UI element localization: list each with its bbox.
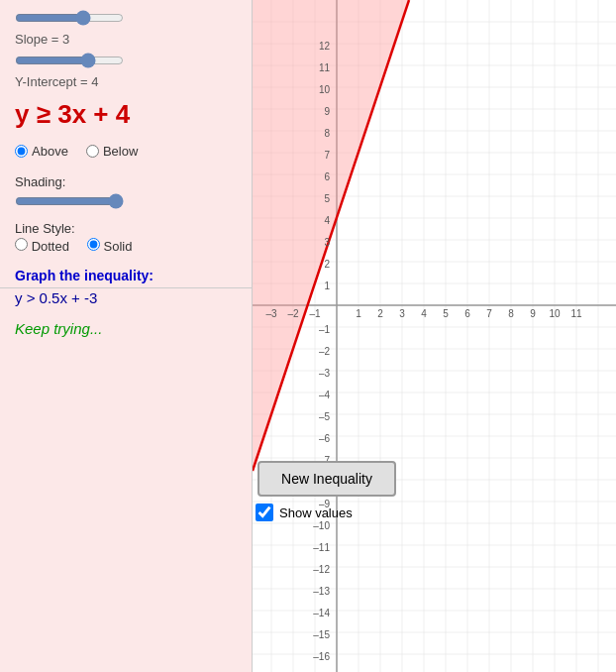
above-label[interactable]: Above bbox=[15, 144, 68, 159]
y-tick-neg3: –3 bbox=[319, 368, 331, 379]
main-container: Slope = 3 Y-Intercept = 4 y ≥ 3x + 4 Abo… bbox=[0, 0, 616, 672]
x-tick-10: 10 bbox=[549, 308, 561, 319]
y-tick-neg12: –12 bbox=[313, 564, 330, 575]
graph-instruction: Graph the inequality: bbox=[15, 268, 237, 283]
left-panel: Slope = 3 Y-Intercept = 4 y ≥ 3x + 4 Abo… bbox=[0, 0, 253, 672]
line-style-options: Dotted Solid bbox=[15, 238, 237, 254]
x-tick-11: 11 bbox=[570, 308, 582, 319]
below-radio[interactable] bbox=[86, 145, 99, 158]
x-tick-8: 8 bbox=[508, 308, 514, 319]
y-tick-4: 4 bbox=[324, 215, 330, 226]
solid-label[interactable]: Solid bbox=[87, 238, 133, 254]
y-tick-neg15: –15 bbox=[313, 629, 330, 640]
y-tick-7: 7 bbox=[324, 150, 330, 161]
y-intercept-slider-group: Y-Intercept = 4 bbox=[15, 53, 237, 89]
x-tick-4: 4 bbox=[421, 308, 427, 319]
y-tick-9: 9 bbox=[324, 106, 330, 117]
above-below-group: Above Below bbox=[15, 144, 237, 159]
y-tick-neg2: –2 bbox=[319, 346, 331, 357]
y-tick-neg10: –10 bbox=[313, 520, 330, 531]
keep-trying-label: Keep trying... bbox=[15, 320, 237, 337]
y-tick-neg5: –5 bbox=[319, 411, 331, 422]
show-values-label: Show values bbox=[279, 505, 353, 520]
x-tick-neg3: –3 bbox=[265, 308, 277, 319]
x-tick-neg1: –1 bbox=[309, 308, 321, 319]
y-tick-1: 1 bbox=[324, 280, 330, 291]
x-tick-7: 7 bbox=[486, 308, 492, 319]
y-tick-neg11: –11 bbox=[313, 542, 330, 553]
slope-label: Slope = 3 bbox=[15, 32, 237, 47]
x-tick-5: 5 bbox=[443, 308, 449, 319]
above-radio[interactable] bbox=[15, 145, 28, 158]
y-tick-2: 2 bbox=[324, 259, 330, 270]
y-tick-12: 12 bbox=[319, 41, 331, 52]
y-tick-neg14: –14 bbox=[313, 608, 330, 618]
show-values-checkbox[interactable] bbox=[256, 504, 273, 521]
y-tick-11: 11 bbox=[319, 62, 331, 73]
y-intercept-label: Y-Intercept = 4 bbox=[15, 74, 237, 89]
dotted-radio[interactable] bbox=[15, 238, 28, 251]
right-panel: 1 2 3 4 5 6 7 8 9 10 11 –1 –2 –3 1 2 3 4… bbox=[253, 0, 616, 672]
divider bbox=[0, 287, 253, 288]
shading-label: Shading: bbox=[15, 174, 237, 189]
y-tick-6: 6 bbox=[324, 171, 330, 182]
new-inequality-button[interactable]: New Inequality bbox=[257, 461, 396, 497]
graph-equation: y > 0.5x + -3 bbox=[15, 289, 237, 306]
dotted-label[interactable]: Dotted bbox=[15, 238, 69, 254]
x-tick-9: 9 bbox=[530, 308, 536, 319]
y-tick-neg6: –6 bbox=[319, 433, 331, 444]
show-values-row: Show values bbox=[256, 504, 353, 521]
solid-radio[interactable] bbox=[87, 238, 100, 251]
y-tick-neg13: –13 bbox=[313, 586, 330, 597]
x-tick-2: 2 bbox=[377, 308, 383, 319]
y-tick-neg16: –16 bbox=[313, 651, 330, 662]
x-tick-1: 1 bbox=[356, 308, 361, 319]
x-tick-3: 3 bbox=[399, 308, 405, 319]
y-tick-10: 10 bbox=[319, 84, 331, 95]
y-tick-8: 8 bbox=[324, 128, 330, 139]
y-intercept-slider[interactable] bbox=[15, 53, 124, 68]
slope-slider[interactable] bbox=[15, 10, 124, 26]
y-tick-3: 3 bbox=[324, 237, 330, 248]
below-label[interactable]: Below bbox=[86, 144, 138, 159]
slope-slider-group: Slope = 3 bbox=[15, 10, 237, 47]
y-tick-neg1: –1 bbox=[319, 324, 331, 335]
graph-svg: 1 2 3 4 5 6 7 8 9 10 11 –1 –2 –3 1 2 3 4… bbox=[253, 0, 616, 672]
x-tick-neg2: –2 bbox=[287, 308, 299, 319]
y-tick-5: 5 bbox=[324, 193, 330, 204]
line-style-label: Line Style: bbox=[15, 221, 237, 236]
shading-slider[interactable] bbox=[15, 193, 124, 209]
x-tick-6: 6 bbox=[464, 308, 470, 319]
y-tick-neg4: –4 bbox=[319, 390, 331, 400]
inequality-display: y ≥ 3x + 4 bbox=[15, 99, 237, 130]
line-style-group: Line Style: Dotted Solid bbox=[15, 221, 237, 254]
shading-slider-group: Shading: bbox=[15, 174, 237, 209]
